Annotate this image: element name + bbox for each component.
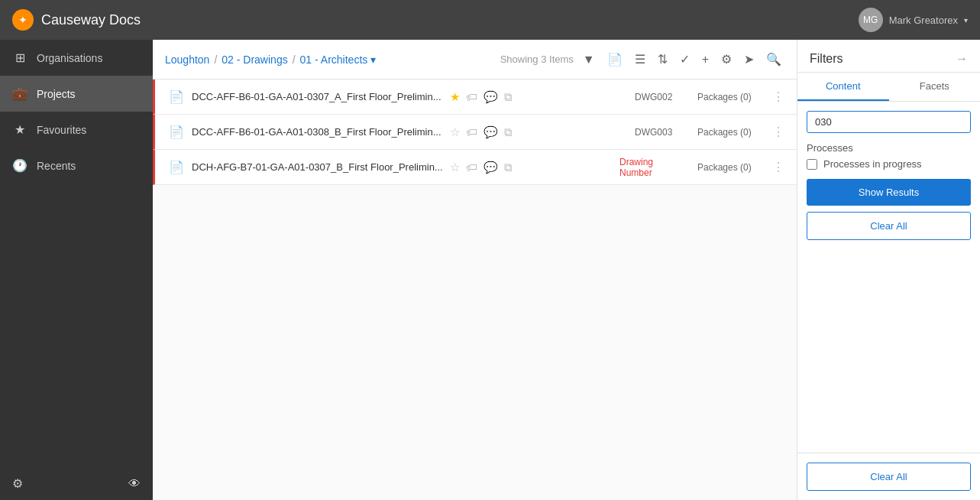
file-name: DCH-AFG-B7-01-GA-A01-0307_B_First Floor_… xyxy=(192,161,444,173)
filter-panel: Filters → Content Facets Processes Proce… xyxy=(797,40,980,500)
breadcrumb-architects[interactable]: 01 - Architects ▾ xyxy=(300,54,377,66)
share-icon[interactable]: ➤ xyxy=(741,49,757,70)
sidebar-item-favourites[interactable]: ★ Favourites xyxy=(0,112,153,148)
organisations-icon: ⊞ xyxy=(12,50,27,65)
check-icon[interactable]: ✓ xyxy=(677,49,693,70)
app-logo: ✦ xyxy=(12,9,34,31)
settings-icon[interactable]: ⚙ xyxy=(12,476,23,491)
logo-icon: ✦ xyxy=(18,14,27,26)
settings-gear-icon[interactable]: ⚙ xyxy=(718,49,735,70)
tab-facets[interactable]: Facets xyxy=(889,73,981,101)
copy-icon[interactable]: ⧉ xyxy=(504,90,513,104)
copy-icon[interactable]: ⧉ xyxy=(504,125,513,139)
sidebar-nav: ⊞ Organisations 💼 Projects ★ Favourites … xyxy=(0,40,153,183)
drawing-number-link[interactable]: Drawing Number xyxy=(619,157,688,178)
filter-search-input[interactable] xyxy=(807,111,971,133)
breadcrumb: Loughton / 02 - Drawings / 01 - Architec… xyxy=(165,54,376,66)
filter-footer: Clear All xyxy=(797,453,980,500)
breadcrumb-dropdown-icon: ▾ xyxy=(370,54,376,66)
file-pdf-icon: 📄 xyxy=(167,125,186,139)
comment-icon[interactable]: 💬 xyxy=(484,125,498,139)
sidebar-bottom: ⚙ 👁 xyxy=(0,467,153,500)
checkbox-row: Processes in progress xyxy=(807,158,971,170)
packages-count: Packages (0) xyxy=(697,92,766,102)
tag-icon[interactable]: 🏷 xyxy=(466,90,477,103)
file-name: DCC-AFF-B6-01-GA-A01-0308_B_First Floor_… xyxy=(192,126,444,138)
file-actions: ★ 🏷 💬 ⧉ xyxy=(450,90,513,104)
favourites-icon: ★ xyxy=(12,122,27,137)
more-options-icon[interactable]: ⋮ xyxy=(772,89,784,104)
table-row[interactable]: 📄 DCC-AFF-B6-01-GA-A01-0307_A_First Floo… xyxy=(153,80,797,115)
file-pdf-icon: 📄 xyxy=(167,89,186,104)
content-area: Loughton / 02 - Drawings / 01 - Architec… xyxy=(153,40,797,500)
filter-tabs: Content Facets xyxy=(797,73,980,102)
file-actions: ☆ 🏷 💬 ⧉ xyxy=(450,161,513,174)
filter-icon[interactable]: ▼ xyxy=(580,50,598,70)
filter-close-icon[interactable]: → xyxy=(956,52,968,66)
file-name: DCC-AFF-B6-01-GA-A01-0307_A_First Floor_… xyxy=(192,91,444,102)
processes-in-progress-checkbox[interactable] xyxy=(807,159,817,170)
breadcrumb-loughton[interactable]: Loughton xyxy=(165,54,209,66)
sidebar-item-label: Favourites xyxy=(37,124,86,136)
sidebar-item-projects[interactable]: 💼 Projects xyxy=(0,76,153,112)
search-icon[interactable]: 🔍 xyxy=(763,49,784,70)
show-results-button[interactable]: Show Results xyxy=(807,179,971,206)
list-view-icon[interactable]: ☰ xyxy=(632,49,648,70)
sidebar-item-label: Organisations xyxy=(37,52,102,64)
user-menu-chevron-icon[interactable]: ▾ xyxy=(964,16,968,24)
star-icon[interactable]: ★ xyxy=(450,90,460,104)
filter-header: Filters → xyxy=(797,40,980,73)
header-right: Showing 3 Items ▼ 📄 ☰ ⇅ ✓ + ⚙ ➤ 🔍 xyxy=(500,49,784,70)
star-icon[interactable]: ☆ xyxy=(450,125,460,139)
topbar: ✦ Causeway Docs MG Mark Greatorex ▾ xyxy=(0,0,980,40)
breadcrumb-current-label: 01 - Architects xyxy=(300,54,368,66)
clear-all-button-top[interactable]: Clear All xyxy=(807,212,971,240)
projects-icon: 💼 xyxy=(12,86,27,101)
topbar-left: ✦ Causeway Docs xyxy=(12,9,141,31)
processes-in-progress-label: Processes in progress xyxy=(823,158,922,170)
more-options-icon[interactable]: ⋮ xyxy=(772,125,784,139)
sidebar-item-recents[interactable]: 🕐 Recents xyxy=(0,148,153,183)
topbar-right: MG Mark Greatorex ▾ xyxy=(859,8,968,32)
more-options-icon[interactable]: ⋮ xyxy=(772,160,784,174)
filter-title: Filters xyxy=(810,52,843,66)
processes-title: Processes xyxy=(807,142,971,154)
tag-icon[interactable]: 🏷 xyxy=(466,125,477,138)
file-list: 📄 DCC-AFF-B6-01-GA-A01-0307_A_First Floo… xyxy=(153,80,797,500)
sidebar: ⊞ Organisations 💼 Projects ★ Favourites … xyxy=(0,40,153,500)
filter-body: Processes Processes in progress Show Res… xyxy=(797,102,980,453)
sidebar-item-label: Projects xyxy=(37,88,76,100)
file-meta: Drawing Number Packages (0) xyxy=(619,157,766,178)
filter-action-buttons-top: Show Results Clear All xyxy=(807,179,971,240)
username: Mark Greatorex xyxy=(889,15,958,26)
sidebar-item-organisations[interactable]: ⊞ Organisations xyxy=(0,40,153,76)
file-meta: DWG003 Packages (0) xyxy=(635,127,766,138)
clear-all-button-bottom[interactable]: Clear All xyxy=(807,463,971,491)
breadcrumb-drawings[interactable]: 02 - Drawings xyxy=(222,54,287,66)
copy-icon[interactable]: ⧉ xyxy=(504,161,513,174)
dwg-number: DWG002 xyxy=(635,92,688,102)
comment-icon[interactable]: 💬 xyxy=(484,90,498,104)
showing-count: Showing 3 Items xyxy=(500,54,574,65)
sidebar-item-label: Recents xyxy=(37,160,76,172)
table-row[interactable]: 📄 DCH-AFG-B7-01-GA-A01-0307_B_First Floo… xyxy=(153,150,797,185)
breadcrumb-sep-1: / xyxy=(214,54,217,66)
content-header: Loughton / 02 - Drawings / 01 - Architec… xyxy=(153,40,797,80)
sort-icon[interactable]: ⇅ xyxy=(655,49,671,70)
tag-icon[interactable]: 🏷 xyxy=(466,161,477,174)
breadcrumb-sep-2: / xyxy=(293,54,296,66)
table-row[interactable]: 📄 DCC-AFF-B6-01-GA-A01-0308_B_First Floo… xyxy=(153,115,797,150)
export-icon[interactable]: 📄 xyxy=(604,49,626,70)
comment-icon[interactable]: 💬 xyxy=(484,161,498,174)
star-icon[interactable]: ☆ xyxy=(450,161,460,174)
dwg-number: DWG003 xyxy=(635,127,688,138)
main-layout: ⊞ Organisations 💼 Projects ★ Favourites … xyxy=(0,40,980,500)
tab-content[interactable]: Content xyxy=(797,73,889,101)
visibility-icon[interactable]: 👁 xyxy=(128,477,141,491)
app-title: Causeway Docs xyxy=(41,12,141,28)
packages-count: Packages (0) xyxy=(697,127,766,138)
processes-section: Processes Processes in progress xyxy=(807,142,971,170)
avatar: MG xyxy=(859,8,883,32)
recents-icon: 🕐 xyxy=(12,158,27,173)
add-icon[interactable]: + xyxy=(699,50,712,70)
